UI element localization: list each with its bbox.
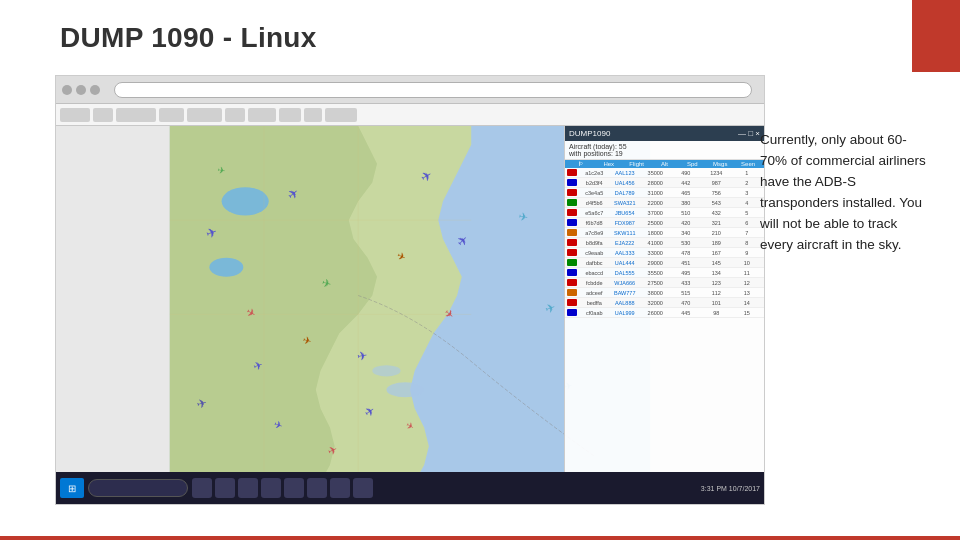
cell-msgs: 432 <box>701 210 732 216</box>
panel-table-header: 🏳 Hex Flight Alt Spd Msgs Seen <box>565 160 764 168</box>
cell-msgs: 123 <box>701 280 732 286</box>
text-panel: Currently, only about 60-70% of commerci… <box>760 130 930 256</box>
cell-hex: e5a6c7 <box>579 210 610 216</box>
table-row: a1c2e3 AAL123 35000 490 1234 1 <box>565 168 764 178</box>
cell-alt: 33000 <box>640 250 671 256</box>
cell-hex: b2d3f4 <box>579 180 610 186</box>
table-row: f6b7d8 FDX987 25000 420 321 6 <box>565 218 764 228</box>
cell-hex: c3e4a5 <box>579 190 610 196</box>
cell-flight: SWA321 <box>610 200 641 206</box>
accent-bar <box>912 0 960 72</box>
cell-seen: 12 <box>732 280 763 286</box>
cell-msgs: 321 <box>701 220 732 226</box>
cell-speed: 490 <box>671 170 702 176</box>
toolbar-item-7 <box>248 108 276 122</box>
cell-hex: a1c2e3 <box>579 170 610 176</box>
toolbar-item-1 <box>60 108 90 122</box>
cell-flight: EJA222 <box>610 240 641 246</box>
col-alt: Alt <box>651 161 679 167</box>
description-text: Currently, only about 60-70% of commerci… <box>760 130 930 256</box>
cell-msgs: 756 <box>701 190 732 196</box>
cell-msgs: 987 <box>701 180 732 186</box>
cell-alt: 25000 <box>640 220 671 226</box>
cell-hex: c9eaab <box>579 250 610 256</box>
cell-flight: SKW111 <box>610 230 641 236</box>
cell-msgs: 189 <box>701 240 732 246</box>
taskbar-icon-4[interactable] <box>261 478 281 498</box>
cell-alt: 27500 <box>640 280 671 286</box>
panel-controls: — □ × <box>738 129 760 138</box>
cell-flight: BAW777 <box>610 290 641 296</box>
cell-msgs: 112 <box>701 290 732 296</box>
taskbar-icon-3[interactable] <box>238 478 258 498</box>
col-flight: Flight <box>623 161 651 167</box>
cell-speed: 420 <box>671 220 702 226</box>
taskbar-icon-6[interactable] <box>307 478 327 498</box>
cell-alt: 26000 <box>640 310 671 316</box>
data-panel: DUMP1090 — □ × Aircraft (today): 55 with… <box>564 126 764 482</box>
cell-seen: 15 <box>732 310 763 316</box>
cell-seen: 6 <box>732 220 763 226</box>
panel-stats: Aircraft (today): 55 with positions: 19 <box>565 141 764 160</box>
col-flag: 🏳 <box>567 161 595 167</box>
cell-speed: 465 <box>671 190 702 196</box>
cell-seen: 7 <box>732 230 763 236</box>
taskbar-icon-1[interactable] <box>192 478 212 498</box>
taskbar-search[interactable] <box>88 479 188 497</box>
cell-msgs: 210 <box>701 230 732 236</box>
browser-toolbar <box>56 104 764 126</box>
cell-flight: UAL444 <box>610 260 641 266</box>
browser-dots <box>62 85 100 95</box>
toolbar-item-8 <box>279 108 301 122</box>
taskbar-icon-7[interactable] <box>330 478 350 498</box>
cell-seen: 8 <box>732 240 763 246</box>
slide-container: DUMP 1090 - Linux <box>0 0 960 540</box>
table-row: bedffa AAL888 32000 470 101 14 <box>565 298 764 308</box>
taskbar-icon-8[interactable] <box>353 478 373 498</box>
cell-msgs: 543 <box>701 200 732 206</box>
cell-speed: 340 <box>671 230 702 236</box>
cell-hex: b8d9fa <box>579 240 610 246</box>
col-msgs: Msgs <box>706 161 734 167</box>
svg-point-3 <box>386 382 424 397</box>
cell-alt: 32000 <box>640 300 671 306</box>
stats-line1: Aircraft (today): 55 <box>569 143 760 150</box>
taskbar-icon-2[interactable] <box>215 478 235 498</box>
bottom-accent <box>0 536 960 540</box>
cell-alt: 37000 <box>640 210 671 216</box>
start-button[interactable]: ⊞ <box>60 478 84 498</box>
cell-speed: 515 <box>671 290 702 296</box>
cell-hex: a7c8e9 <box>579 230 610 236</box>
cell-seen: 11 <box>732 270 763 276</box>
cell-speed: 510 <box>671 210 702 216</box>
taskbar-icon-5[interactable] <box>284 478 304 498</box>
table-row: b2d3f4 UAL456 28000 442 987 2 <box>565 178 764 188</box>
cell-alt: 41000 <box>640 240 671 246</box>
table-row: cf0aab UAL999 26000 445 98 15 <box>565 308 764 318</box>
toolbar-item-5 <box>187 108 222 122</box>
stats-line2: with positions: 19 <box>569 150 760 157</box>
cell-flight: WJA666 <box>610 280 641 286</box>
cell-flight: AAL333 <box>610 250 641 256</box>
cell-speed: 380 <box>671 200 702 206</box>
toolbar-item-3 <box>116 108 156 122</box>
cell-alt: 29000 <box>640 260 671 266</box>
cell-seen: 2 <box>732 180 763 186</box>
browser-dot-1 <box>62 85 72 95</box>
cell-alt: 22000 <box>640 200 671 206</box>
cell-hex: bedffa <box>579 300 610 306</box>
cell-hex: dafbbc <box>579 260 610 266</box>
table-row: d4f5b6 SWA321 22000 380 543 4 <box>565 198 764 208</box>
cell-alt: 18000 <box>640 230 671 236</box>
toolbar-item-10 <box>325 108 357 122</box>
cell-alt: 38000 <box>640 290 671 296</box>
panel-rows-container: a1c2e3 AAL123 35000 490 1234 1 b2d3f4 UA… <box>565 168 764 318</box>
cell-seen: 14 <box>732 300 763 306</box>
col-hex: Hex <box>595 161 623 167</box>
cell-msgs: 134 <box>701 270 732 276</box>
address-bar[interactable] <box>114 82 752 98</box>
cell-seen: 1 <box>732 170 763 176</box>
cell-msgs: 167 <box>701 250 732 256</box>
col-seen: Seen <box>734 161 762 167</box>
cell-speed: 478 <box>671 250 702 256</box>
